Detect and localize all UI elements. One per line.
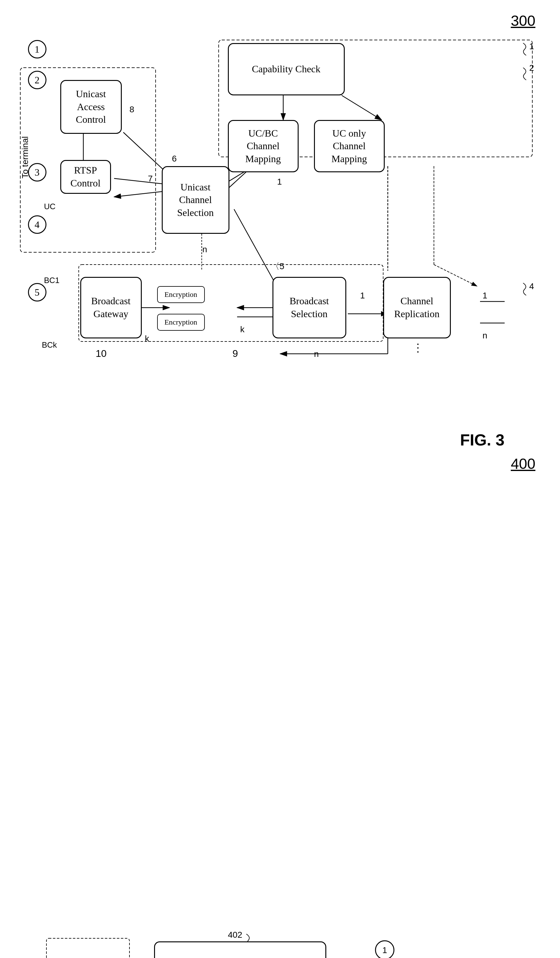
circle-5-fig3: 5 (28, 283, 46, 301)
fig4-diagram-number: 400 (511, 455, 535, 472)
broadcast-selection-box: Broadcast Selection (272, 277, 346, 338)
svg-text:1: 1 (529, 41, 534, 51)
svg-text:n: n (202, 244, 207, 254)
svg-text:1: 1 (360, 291, 365, 300)
svg-line-3 (342, 95, 382, 120)
unicast-access-control-box: Unicast Access Control (60, 80, 122, 134)
circle-4-fig3: 4 (28, 215, 46, 234)
page: 300 (0, 0, 560, 958)
fig3-diagram-number: 300 (511, 12, 535, 29)
fig4-diagram: 416 418 414 406 408 412 402 404 410 (37, 917, 560, 958)
svg-text:10: 10 (96, 348, 107, 359)
circle-3-fig3: 3 (28, 163, 46, 181)
circle-2-fig3: 2 (28, 71, 46, 89)
svg-text:6: 6 (172, 154, 177, 163)
svg-text:9: 9 (233, 348, 238, 359)
encryption-1-box: Encryption (157, 286, 205, 303)
svg-text:n: n (482, 331, 487, 340)
circle-1-fig3: 1 (28, 40, 46, 59)
svg-text:BC1: BC1 (44, 276, 60, 285)
svg-text:1: 1 (482, 291, 487, 300)
svg-text:8: 8 (130, 105, 134, 114)
encryption-2-box: Encryption (157, 314, 205, 331)
svg-text:2: 2 (529, 63, 534, 73)
svg-text:1: 1 (382, 945, 387, 955)
channel-replication-box: Channel Replication (383, 277, 451, 338)
application-box: Application (154, 941, 326, 958)
unicast-channel-selection-box: Unicast Channel Selection (162, 166, 229, 234)
uc-bc-channel-mapping-box: UC/BC Channel Mapping (228, 120, 299, 172)
svg-text:k: k (240, 325, 245, 334)
svg-text:402: 402 (228, 930, 242, 939)
svg-text:〈5: 〈5 (271, 262, 285, 271)
capability-check-box: Capability Check (228, 43, 345, 95)
svg-text:4: 4 (529, 281, 534, 291)
svg-text:1: 1 (277, 177, 282, 186)
svg-text:UC: UC (44, 202, 56, 211)
rtsp-control-box-fig3: RTSP Control (60, 160, 111, 194)
svg-text:7: 7 (148, 174, 153, 183)
svg-point-82 (375, 941, 394, 958)
svg-line-8 (114, 191, 169, 197)
svg-text:BCk: BCk (42, 340, 57, 349)
svg-text:n: n (314, 349, 319, 359)
svg-text:k: k (145, 334, 149, 343)
channel-replication-dots: ⋮ (412, 341, 424, 354)
fig3-diagram: 1 1 n 〈5 1 1 1 n k k n 8 6 7 (19, 31, 541, 455)
fig3-label: FIG. 3 (460, 431, 504, 449)
broadcast-gateway-box: Broadcast Gateway (80, 277, 142, 338)
svg-rect-52 (46, 938, 130, 958)
svg-line-7 (114, 178, 169, 185)
uc-only-channel-mapping-box: UC only Channel Mapping (314, 120, 385, 172)
